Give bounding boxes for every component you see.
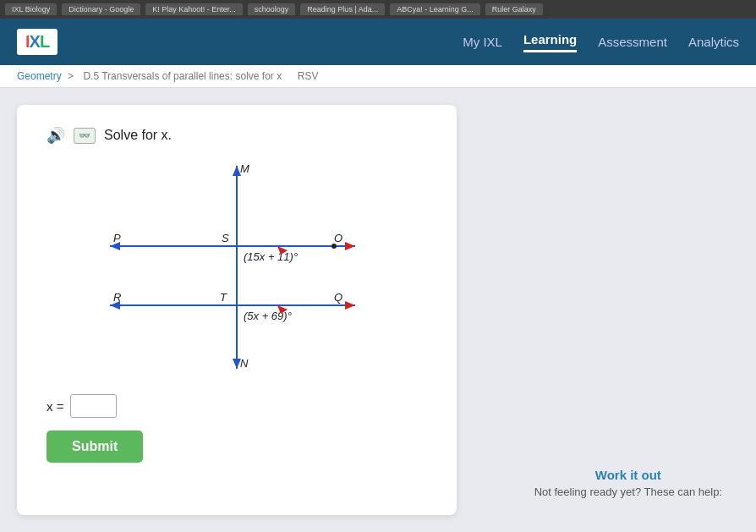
svg-marker-8	[345, 301, 355, 310]
glasses-icon[interactable]: 👓	[74, 128, 96, 144]
breadcrumb-separator: >	[68, 70, 76, 82]
work-it-out-subtitle: Not feeling ready yet? These can help:	[534, 485, 722, 498]
speaker-icon[interactable]: 🔊	[47, 126, 65, 145]
ixl-header: IXL My IXL Learning Assessment Analytics	[0, 19, 756, 65]
breadcrumb-geometry[interactable]: Geometry	[17, 70, 62, 82]
work-it-out: Work it out Not feeling ready yet? These…	[534, 468, 722, 498]
point-S: S	[222, 232, 229, 244]
nav-assessment[interactable]: Assessment	[598, 35, 667, 49]
svg-marker-6	[345, 242, 355, 250]
browser-chrome: IXL Biology Dictionary - Google K! Play …	[0, 0, 756, 19]
tab-reading-plus[interactable]: Reading Plus | Ada...	[300, 3, 385, 15]
problem-header: 🔊 👓 Solve for x.	[47, 126, 427, 145]
nav-analytics[interactable]: Analytics	[688, 35, 739, 49]
tab-ruler-galaxy[interactable]: Ruler Galaxy	[485, 3, 543, 15]
tab-abcya[interactable]: ABCya! - Learning G...	[390, 3, 480, 15]
geometry-diagram: M N P O S R Q T (15x + 11)° (5x + 69)°	[85, 157, 389, 377]
main-content: 🔊 👓 Solve for x.	[0, 88, 756, 532]
browser-content: IXL My IXL Learning Assessment Analytics…	[0, 19, 756, 532]
point-N: N	[240, 357, 249, 370]
svg-point-11	[331, 244, 337, 249]
breadcrumb: Geometry > D.5 Transversals of parallel …	[0, 65, 756, 88]
problem-instruction: Solve for x.	[104, 128, 172, 143]
answer-input[interactable]	[70, 394, 117, 418]
tab-kahoot[interactable]: K! Play Kahoot! - Enter...	[145, 3, 243, 15]
breadcrumb-section: D.5 Transversals of parallel lines: solv…	[83, 70, 282, 82]
breadcrumb-code: RSV	[291, 70, 321, 82]
work-it-out-title: Work it out	[534, 468, 722, 482]
tab-schoology[interactable]: schoology	[248, 3, 296, 15]
help-panel: Work it out Not feeling ready yet? These…	[457, 105, 739, 515]
ixl-logo: IXL	[17, 29, 58, 55]
point-R: R	[113, 291, 121, 304]
submit-button[interactable]: Submit	[47, 431, 143, 463]
answer-label: x =	[47, 399, 63, 414]
nav-links: My IXL Learning Assessment Analytics	[463, 32, 739, 52]
tab-biology[interactable]: IXL Biology	[5, 3, 57, 15]
problem-card: 🔊 👓 Solve for x.	[17, 105, 457, 515]
tab-dictionary[interactable]: Dictionary - Google	[62, 3, 140, 15]
angle1-label: (15x + 11)°	[244, 250, 298, 263]
point-Q: Q	[334, 291, 342, 304]
point-P: P	[113, 232, 121, 244]
nav-my-ixl[interactable]: My IXL	[463, 35, 502, 49]
point-O: O	[334, 232, 342, 244]
nav-learning[interactable]: Learning	[523, 32, 577, 52]
answer-section: x =	[47, 394, 427, 418]
point-M: M	[240, 162, 249, 175]
point-T: T	[220, 291, 227, 304]
